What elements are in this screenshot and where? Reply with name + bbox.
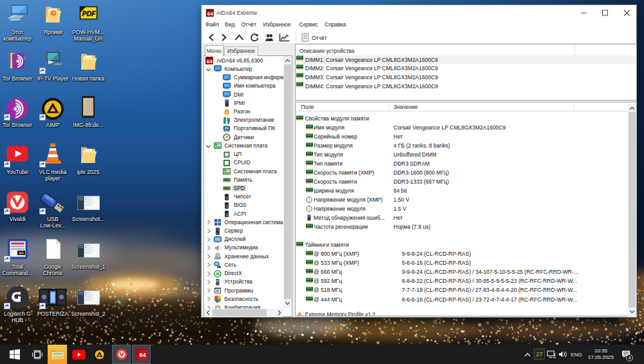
svg-text:64: 64 <box>207 10 213 16</box>
svg-text:64: 64 <box>19 251 23 255</box>
svg-text:64: 64 <box>207 59 213 64</box>
svg-text:PDF: PDF <box>82 10 96 17</box>
svg-text:64: 64 <box>139 352 146 358</box>
